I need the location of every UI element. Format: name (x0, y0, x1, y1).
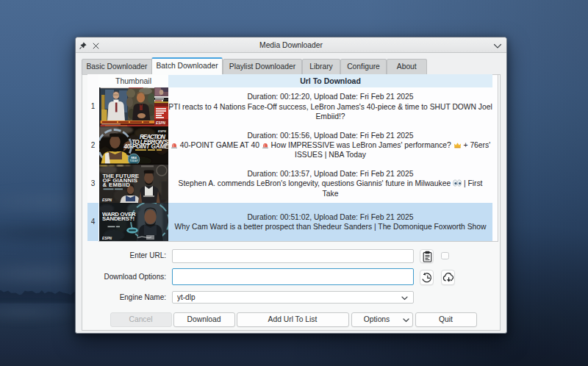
svg-text:TODAY: TODAY (129, 159, 138, 162)
svg-text:SANDERS?!: SANDERS?! (102, 215, 135, 222)
svg-text:40-POINT GAME: 40-POINT GAME (123, 143, 168, 149)
svg-text:ESPN: ESPN (158, 129, 166, 133)
svg-text:ESPN: ESPN (156, 121, 166, 125)
svg-text:NBA: NBA (130, 157, 136, 159)
svg-text:& EMBIID: & EMBIID (102, 181, 130, 187)
svg-text:ESPN: ESPN (102, 198, 112, 202)
svg-text:ESPN: ESPN (102, 237, 112, 240)
